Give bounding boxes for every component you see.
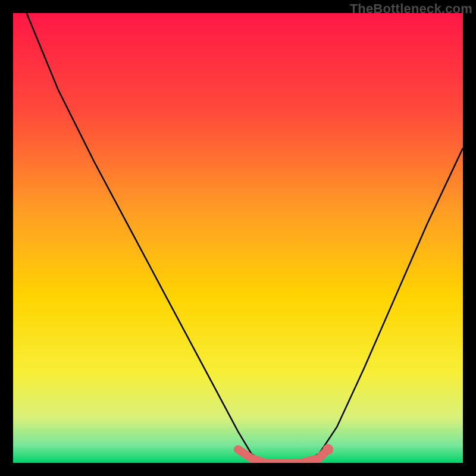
chart-background — [13, 13, 463, 463]
chart-plot — [13, 13, 463, 463]
chart-frame — [13, 13, 463, 463]
watermark-text: TheBottleneck.com — [350, 1, 472, 17]
optimal-end-dot — [322, 444, 333, 455]
